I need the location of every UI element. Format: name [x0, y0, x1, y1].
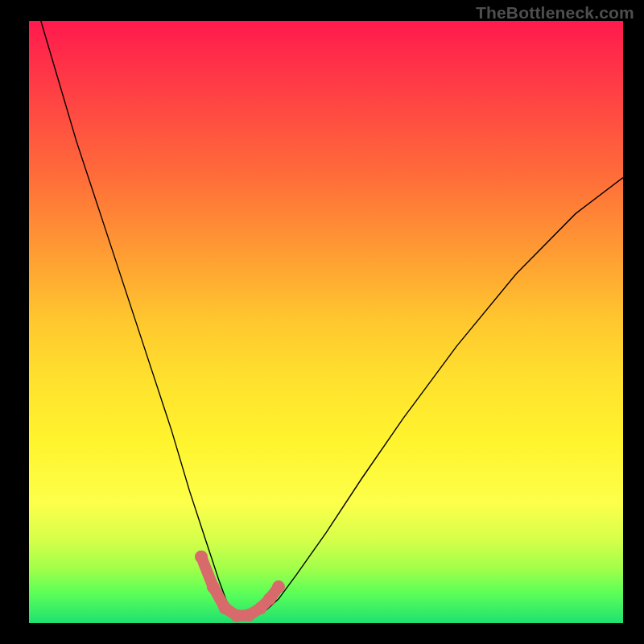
- plot-area: [29, 21, 623, 623]
- curve-layer: [29, 21, 623, 623]
- optimal-zone-dot: [263, 592, 276, 605]
- optimal-zone-dot: [230, 609, 243, 622]
- chart-frame: TheBottleneck.com: [0, 0, 644, 644]
- bottleneck-curve: [41, 21, 623, 617]
- optimal-zone-dot: [195, 551, 208, 564]
- optimal-zone-dot: [219, 601, 232, 614]
- optimal-zone-dot: [207, 580, 220, 593]
- optimal-zone-dot: [272, 580, 285, 593]
- watermark-text: TheBottleneck.com: [476, 3, 634, 23]
- optimal-zone-dot: [242, 609, 255, 621]
